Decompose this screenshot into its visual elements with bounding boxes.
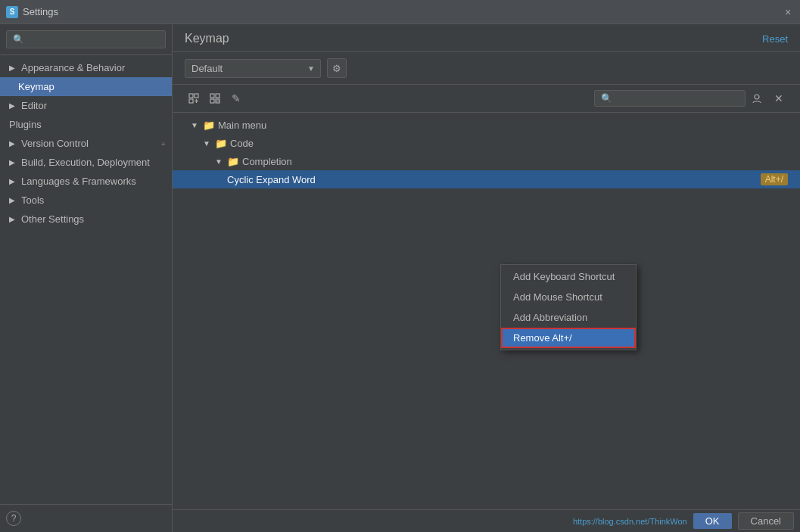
keymap-select-wrapper: Default Eclipse Emacs Visual Studio NetB… bbox=[185, 59, 321, 78]
sidebar-item-keymap[interactable]: Keymap bbox=[0, 77, 172, 96]
context-menu-add-mouse[interactable]: Add Mouse Shortcut bbox=[501, 287, 636, 307]
sidebar-item-label: Build, Execution, Deployment bbox=[21, 157, 150, 168]
shortcut-badge: Alt+/ bbox=[761, 173, 788, 185]
add-icon: + bbox=[161, 139, 166, 148]
sidebar-item-other[interactable]: ▶ Other Settings bbox=[0, 210, 172, 229]
svg-rect-0 bbox=[189, 94, 193, 98]
expand-arrow-icon: ▶ bbox=[9, 101, 18, 110]
expand-all-button[interactable] bbox=[185, 89, 203, 107]
tree-arrow-icon: ▼ bbox=[191, 121, 200, 129]
content-header: Keymap Reset bbox=[173, 24, 800, 52]
help-button[interactable]: ? bbox=[6, 511, 21, 526]
folder-icon: 📁 bbox=[227, 156, 239, 167]
tree-item-label: Code bbox=[230, 138, 254, 149]
sidebar-item-tools[interactable]: ▶ Tools bbox=[0, 191, 172, 210]
sidebar-item-languages[interactable]: ▶ Languages & Frameworks bbox=[0, 172, 172, 191]
sidebar-nav: ▶ Appearance & Behavior Keymap ▶ Editor … bbox=[0, 55, 172, 504]
svg-rect-5 bbox=[210, 94, 214, 98]
folder-icon: 📁 bbox=[203, 120, 215, 131]
collapse-all-button[interactable] bbox=[206, 89, 224, 107]
url-label: https://blog.csdn.net/ThinkWon bbox=[573, 517, 687, 526]
sidebar-item-label: Keymap bbox=[18, 81, 54, 92]
sidebar-item-plugins[interactable]: Plugins bbox=[0, 115, 172, 134]
title-bar: S Settings × bbox=[0, 0, 800, 24]
sidebar-item-appearance[interactable]: ▶ Appearance & Behavior bbox=[0, 58, 172, 77]
expand-arrow-icon: ▶ bbox=[9, 158, 18, 166]
keymap-tree: ▼ 📁 Main menu ▼ 📁 Code ▼ 📁 Completion Cy… bbox=[173, 113, 800, 509]
svg-rect-7 bbox=[210, 99, 214, 103]
keymap-search-input[interactable] bbox=[594, 90, 746, 107]
sidebar-item-label: Editor bbox=[21, 100, 47, 111]
tree-arrow-icon: ▼ bbox=[215, 157, 224, 166]
context-menu-add-abbreviation[interactable]: Add Abbreviation bbox=[501, 307, 636, 328]
tree-item-label: Main menu bbox=[218, 120, 266, 131]
expand-arrow-icon: ▶ bbox=[9, 64, 18, 72]
bottom-bar: https://blog.csdn.net/ThinkWon OK Cancel bbox=[173, 509, 800, 532]
tree-item-main-menu[interactable]: ▼ 📁 Main menu bbox=[173, 116, 800, 134]
expand-arrow-icon: ▶ bbox=[9, 215, 18, 223]
expand-arrow-icon: ▶ bbox=[9, 139, 18, 148]
search-user-icon-button[interactable] bbox=[749, 89, 767, 107]
cancel-button[interactable]: Cancel bbox=[738, 512, 794, 530]
sidebar-item-build[interactable]: ▶ Build, Execution, Deployment bbox=[0, 153, 172, 172]
tree-item-code[interactable]: ▼ 📁 Code bbox=[173, 134, 800, 152]
svg-point-10 bbox=[755, 95, 759, 99]
content-area: Keymap Reset Default Eclipse Emacs Visua… bbox=[173, 24, 800, 532]
ok-button[interactable]: OK bbox=[693, 513, 732, 529]
context-menu: Add Keyboard Shortcut Add Mouse Shortcut… bbox=[500, 264, 637, 350]
app-icon: S bbox=[6, 6, 18, 18]
tree-item-label: Completion bbox=[242, 156, 292, 167]
clear-search-button[interactable]: ✕ bbox=[770, 89, 788, 107]
sidebar-item-label: Other Settings bbox=[21, 213, 84, 225]
sidebar-item-label: Languages & Frameworks bbox=[21, 176, 136, 187]
sidebar-item-label: Appearance & Behavior bbox=[21, 62, 125, 73]
gear-button[interactable]: ⚙ bbox=[327, 58, 347, 78]
sidebar-item-editor[interactable]: ▶ Editor bbox=[0, 96, 172, 115]
keymap-select[interactable]: Default Eclipse Emacs Visual Studio NetB… bbox=[185, 59, 321, 78]
tree-item-cyclic-expand[interactable]: Cyclic Expand Word Alt+/ bbox=[173, 170, 800, 188]
tree-arrow-icon: ▼ bbox=[203, 139, 212, 148]
keymap-controls: Default Eclipse Emacs Visual Studio NetB… bbox=[173, 52, 800, 85]
main-layout: ▶ Appearance & Behavior Keymap ▶ Editor … bbox=[0, 24, 800, 532]
sidebar-item-version-control[interactable]: ▶ Version Control + bbox=[0, 134, 172, 153]
sidebar: ▶ Appearance & Behavior Keymap ▶ Editor … bbox=[0, 24, 173, 532]
tree-item-label: Cyclic Expand Word bbox=[227, 174, 316, 185]
keymap-toolbar: ✎ ✕ bbox=[173, 85, 800, 113]
context-menu-add-keyboard[interactable]: Add Keyboard Shortcut bbox=[501, 266, 636, 287]
tree-item-completion[interactable]: ▼ 📁 Completion bbox=[173, 152, 800, 170]
svg-rect-2 bbox=[189, 99, 193, 103]
edit-button[interactable]: ✎ bbox=[227, 89, 245, 107]
title-bar-left: S Settings bbox=[6, 6, 58, 18]
reset-button[interactable]: Reset bbox=[762, 33, 788, 45]
sidebar-search-area bbox=[0, 24, 172, 55]
toolbar-left: ✎ bbox=[185, 89, 245, 107]
expand-arrow-icon: ▶ bbox=[9, 177, 18, 185]
svg-rect-1 bbox=[195, 94, 198, 98]
toolbar-right: ✕ bbox=[594, 89, 788, 107]
content-title: Keymap bbox=[185, 32, 229, 45]
expand-arrow-icon: ▶ bbox=[9, 196, 18, 204]
window-title: Settings bbox=[23, 6, 58, 17]
sidebar-footer: ? bbox=[0, 504, 172, 532]
folder-icon: 📁 bbox=[215, 138, 227, 149]
sidebar-item-label: Version Control bbox=[21, 138, 89, 149]
context-menu-remove[interactable]: Remove Alt+/ bbox=[501, 328, 636, 348]
close-button[interactable]: × bbox=[782, 6, 794, 18]
sidebar-search-input[interactable] bbox=[6, 30, 166, 48]
sidebar-item-label: Plugins bbox=[9, 119, 42, 130]
svg-rect-6 bbox=[216, 94, 219, 98]
sidebar-item-label: Tools bbox=[21, 194, 44, 206]
